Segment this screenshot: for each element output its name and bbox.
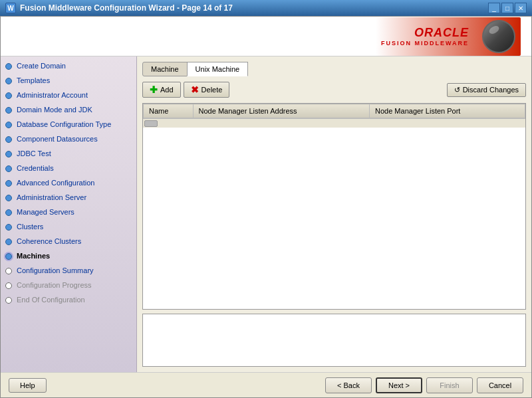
machines-icon [3,251,14,262]
back-button[interactable]: < Back [325,377,372,393]
delete-icon: ✖ [191,84,199,95]
bottom-text-panel [142,314,526,367]
sidebar-item-machines[interactable]: Machines [1,249,136,264]
help-button[interactable]: Help [9,378,47,393]
db-config-icon [3,120,14,130]
sidebar-item-jdbc-test[interactable]: JDBC Test [1,147,136,161]
tab-unix-machine[interactable]: Unix Machine [187,62,249,76]
end-config-icon [3,295,14,306]
config-progress-icon [3,280,14,291]
header: ORACLE FUSION MIDDLEWARE [1,17,531,56]
table-scrollbar[interactable] [143,118,525,128]
credentials-icon [3,163,14,174]
managed-servers-icon [3,207,14,218]
sidebar-item-administration-server[interactable]: Administration Server [1,191,136,205]
sidebar-item-managed-servers[interactable]: Managed Servers [1,205,136,220]
cancel-button[interactable]: Cancel [477,377,523,393]
advanced-config-icon [3,178,14,189]
add-button[interactable]: ✚ Add [142,82,181,98]
delete-button[interactable]: ✖ Delete [184,82,230,98]
machines-table-container[interactable]: Name Node Manager Listen Address Node Ma… [142,103,526,310]
config-summary-icon [3,266,14,276]
discard-changes-button[interactable]: ↺ Discard Changes [447,83,526,97]
sidebar-item-templates[interactable]: Templates [1,74,136,88]
sidebar-item-create-domain[interactable]: Create Domain [1,59,136,74]
sidebar-item-clusters[interactable]: Clusters [1,220,136,235]
next-button[interactable]: Next > [376,377,422,393]
create-domain-icon [3,61,14,72]
footer-right: < Back Next > Finish Cancel [325,377,523,393]
col-node-manager-listen-port: Node Manager Listen Port [370,104,525,118]
tab-machine[interactable]: Machine [142,62,188,76]
scrollbar-thumb[interactable] [144,120,158,127]
close-button[interactable]: ✕ [515,3,527,13]
sidebar-item-domain-mode-jdk[interactable]: Domain Mode and JDK [1,103,136,118]
sidebar-item-advanced-configuration[interactable]: Advanced Configuration [1,176,136,191]
toolbar: ✚ Add ✖ Delete ↺ Discard Changes [142,82,526,98]
oracle-sphere-icon [482,20,515,53]
sidebar-item-component-datasources[interactable]: Component Datasources [1,132,136,147]
content-area: Create Domain Templates Administrator Ac… [1,56,531,372]
window-title: Fusion Middleware Configuration Wizard -… [20,3,233,13]
machines-table: Name Node Manager Listen Address Node Ma… [143,104,525,118]
oracle-brand-text: ORACLE [414,26,469,40]
sidebar-item-end-of-configuration: End Of Configuration [1,293,136,308]
minimize-button[interactable]: _ [488,3,500,13]
finish-button[interactable]: Finish [426,377,473,393]
app-icon: W [5,3,16,13]
oracle-branding: ORACLE FUSION MIDDLEWARE [376,17,521,56]
templates-icon [3,76,14,86]
tab-bar: Machine Unix Machine [142,62,526,76]
col-name: Name [144,104,194,118]
sidebar: Create Domain Templates Administrator Ac… [1,56,137,372]
title-bar: W Fusion Middleware Configuration Wizard… [0,0,532,16]
title-bar-controls: _ □ ✕ [488,3,527,13]
admin-server-icon [3,193,14,203]
footer-left: Help [9,378,47,393]
admin-account-icon [3,90,14,101]
main-window: ORACLE FUSION MIDDLEWARE Create Domain T… [0,16,532,398]
jdbc-test-icon [3,149,14,159]
discard-icon: ↺ [454,86,460,94]
title-bar-left: W Fusion Middleware Configuration Wizard… [5,3,233,13]
sidebar-item-configuration-summary[interactable]: Configuration Summary [1,264,136,278]
oracle-subtitle-text: FUSION MIDDLEWARE [381,40,469,47]
maximize-button[interactable]: □ [501,3,513,13]
col-node-manager-listen-address: Node Manager Listen Address [193,104,369,118]
main-panel: Machine Unix Machine ✚ Add ✖ Delete ↺ [137,56,531,372]
sidebar-item-credentials[interactable]: Credentials [1,161,136,176]
sidebar-item-configuration-progress: Configuration Progress [1,278,136,293]
clusters-icon [3,222,14,233]
domain-mode-icon [3,105,14,116]
footer: Help < Back Next > Finish Cancel [1,372,531,397]
sidebar-item-administrator-account[interactable]: Administrator Account [1,88,136,103]
sidebar-item-coherence-clusters[interactable]: Coherence Clusters [1,235,136,249]
add-icon: ✚ [150,84,158,95]
coherence-clusters-icon [3,237,14,247]
component-ds-icon [3,134,14,145]
sidebar-item-database-config-type[interactable]: Database Configuration Type [1,118,136,132]
oracle-logo: ORACLE FUSION MIDDLEWARE [381,26,469,47]
